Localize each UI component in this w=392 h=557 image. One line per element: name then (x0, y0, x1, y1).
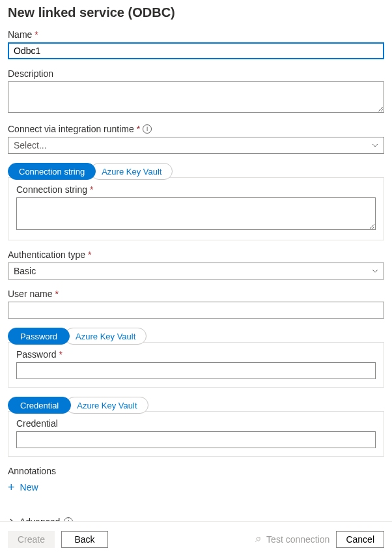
tab-connection-string[interactable]: Connection string (8, 163, 96, 180)
password-label: Password * (16, 349, 376, 360)
auth-type-value: Basic (14, 266, 36, 276)
required-asterisk: * (137, 124, 140, 134)
name-field: Name * (8, 29, 384, 59)
create-button: Create (8, 531, 55, 548)
runtime-label-text: Connect via integration runtime (8, 124, 134, 134)
tab-password[interactable]: Password (8, 328, 70, 345)
connection-string-box: Connection string * (8, 177, 384, 240)
cancel-button[interactable]: Cancel (336, 531, 384, 548)
name-label-text: Name (8, 29, 32, 40)
advanced-toggle[interactable]: Advanced i (8, 514, 73, 521)
chevron-down-icon (372, 142, 378, 149)
runtime-select-placeholder: Select... (14, 140, 47, 150)
required-asterisk: * (59, 349, 62, 360)
credential-label: Credential (16, 418, 376, 429)
connection-string-textarea[interactable] (16, 197, 376, 230)
password-label-text: Password (16, 349, 56, 360)
runtime-field: Connect via integration runtime * i Sele… (8, 124, 384, 154)
connection-string-label: Connection string * (16, 184, 376, 195)
tab-password-akv[interactable]: Azure Key Vault (64, 328, 147, 345)
auth-type-field: Authentication type * Basic (8, 250, 384, 279)
required-asterisk: * (55, 289, 58, 299)
footer: Create Back Test connection Cancel (0, 521, 392, 557)
tab-connection-akv[interactable]: Azure Key Vault (91, 163, 173, 180)
auth-type-label-text: Authentication type (8, 250, 85, 260)
panel-title: New linked service (ODBC) (8, 5, 384, 20)
info-icon[interactable]: i (143, 124, 152, 134)
username-label: User name * (8, 289, 384, 299)
test-connection-label: Test connection (266, 534, 329, 545)
username-label-text: User name (8, 289, 52, 299)
description-label: Description (8, 68, 384, 79)
annotations-new-button[interactable]: + New (8, 481, 38, 493)
connection-string-label-text: Connection string (16, 184, 87, 195)
credential-input[interactable] (16, 431, 376, 448)
tab-credential-akv[interactable]: Azure Key Vault (66, 397, 148, 414)
chevron-down-icon (372, 268, 378, 274)
credential-box: Credential (8, 411, 384, 457)
description-textarea[interactable] (8, 81, 384, 113)
advanced-label: Advanced (20, 517, 60, 521)
annotations-label: Annotations (8, 466, 384, 476)
auth-type-select[interactable]: Basic (8, 263, 384, 279)
password-box: Password * (8, 342, 384, 388)
tab-credential[interactable]: Credential (8, 397, 71, 414)
back-button[interactable]: Back (61, 531, 108, 548)
annotations-field: Annotations + New (8, 466, 384, 493)
password-input[interactable] (16, 362, 376, 379)
auth-type-label: Authentication type * (8, 250, 384, 260)
connection-tabs-section: Connection string Azure Key Vault Connec… (8, 163, 384, 240)
credential-tabs-section: Credential Azure Key Vault Credential (8, 397, 384, 457)
footer-left: Create Back (8, 531, 108, 548)
username-field: User name * (8, 289, 384, 319)
footer-right: Test connection Cancel (253, 531, 384, 548)
required-asterisk: * (88, 250, 91, 260)
description-field: Description (8, 68, 384, 115)
plus-icon: + (8, 481, 15, 493)
test-connection-button: Test connection (253, 534, 329, 545)
annotations-new-label: New (20, 482, 38, 493)
required-asterisk: * (90, 184, 93, 195)
runtime-label: Connect via integration runtime * i (8, 124, 384, 134)
runtime-select[interactable]: Select... (8, 137, 384, 154)
name-input[interactable] (8, 42, 384, 59)
username-input[interactable] (8, 302, 384, 319)
name-label: Name * (8, 29, 384, 40)
plug-icon (253, 535, 262, 544)
required-asterisk: * (35, 29, 38, 40)
password-tabs-section: Password Azure Key Vault Password * (8, 328, 384, 388)
